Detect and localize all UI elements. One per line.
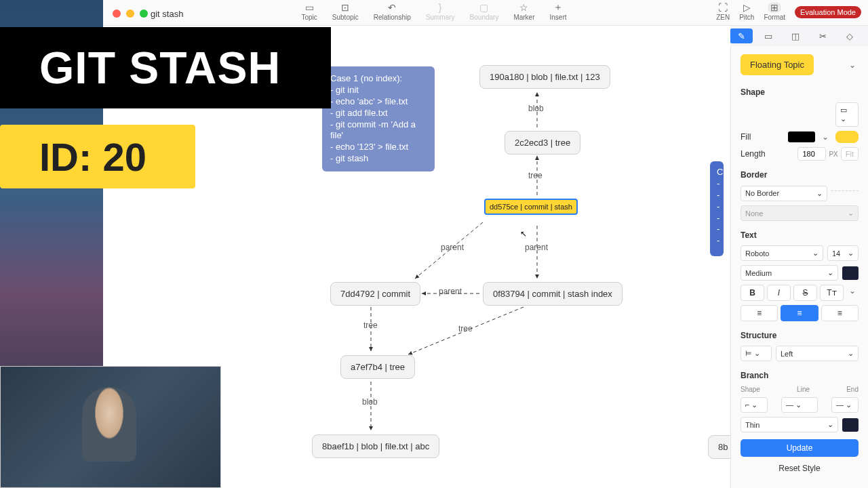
- branch-color-swatch[interactable]: [842, 418, 859, 432]
- text-heading: Text: [741, 230, 859, 240]
- zen-button[interactable]: ⛶ZEN: [716, 3, 730, 21]
- edge-label-tree: tree: [363, 321, 378, 330]
- strike-button[interactable]: S: [793, 285, 817, 301]
- map-tab-icon[interactable]: ◫: [784, 28, 807, 43]
- edge-label-tree: tree: [528, 171, 542, 180]
- style-tab-icon[interactable]: ✎: [730, 28, 753, 43]
- format-button[interactable]: ⊞Format: [764, 3, 785, 21]
- case-button[interactable]: Tᴛ: [820, 285, 844, 301]
- window-controls: [113, 9, 148, 18]
- toolbar-center: ▭Topic ⊡Subtopic ↶Relationship }Summary …: [301, 3, 566, 21]
- node-tree1[interactable]: 2c2ecd3 | tree: [505, 131, 580, 155]
- node-blob2[interactable]: 8baef1b | blob | file.txt | abc: [312, 434, 439, 458]
- font-size-select[interactable]: 14⌄: [827, 245, 859, 261]
- node-stash-selected[interactable]: dd575ce | commit | stash: [484, 199, 578, 215]
- edge-label-blob: blob: [362, 397, 378, 407]
- node-tree2[interactable]: a7ef7b4 | tree: [340, 355, 415, 379]
- bold-button[interactable]: B: [741, 285, 764, 301]
- border-style-select: None⌄: [741, 205, 859, 221]
- fill-swatch-yellow[interactable]: [835, 131, 859, 143]
- update-button[interactable]: Update: [741, 439, 859, 457]
- subtopic-button[interactable]: ⊡Subtopic: [332, 3, 359, 21]
- shape-select[interactable]: ▭ ⌄: [835, 102, 859, 127]
- insert-button[interactable]: ＋Insert: [550, 3, 567, 21]
- border-style-swatch[interactable]: [831, 190, 859, 201]
- layout-tab-icon[interactable]: ▭: [757, 28, 780, 43]
- structure-dir-select[interactable]: Left⌄: [776, 346, 859, 361]
- reset-style-button[interactable]: Reset Style: [741, 460, 859, 477]
- font-select[interactable]: Roboto⌄: [741, 245, 823, 261]
- structure-type-select[interactable]: ⊨ ⌄: [741, 346, 772, 361]
- boundary-button: ▢Boundary: [470, 3, 499, 21]
- note-case1[interactable]: Case 1 (no index): - git init - echo 'ab…: [322, 66, 435, 171]
- fill-swatch-dark[interactable]: [788, 131, 815, 142]
- align-center-button[interactable]: ≡: [781, 305, 818, 321]
- node-blob3-partial[interactable]: 8b: [708, 435, 730, 459]
- relationship-button[interactable]: ↶Relationship: [374, 3, 411, 21]
- toolbar-right: ⛶ZEN ▷Pitch ⊞Format Evaluation Mode: [716, 3, 861, 21]
- cursor-icon: ↖: [520, 229, 527, 239]
- evaluation-badge: Evaluation Mode: [795, 6, 861, 18]
- link-tab-icon[interactable]: ✂: [811, 28, 834, 43]
- title-overlay: GIT STASH: [0, 27, 331, 108]
- fill-label: Fill: [741, 132, 751, 142]
- panel-tabs: ✎ ▭ ◫ ✂ ◇: [730, 28, 861, 43]
- edge-label-parent: parent: [441, 243, 464, 252]
- branch-heading: Branch: [741, 371, 859, 380]
- branch-width-select[interactable]: Thin⌄: [741, 417, 838, 432]
- edge-label-tree: tree: [458, 324, 473, 333]
- node-commit[interactable]: 7dd4792 | commit: [330, 282, 420, 306]
- branch-shape-select[interactable]: ⌐ ⌄: [741, 397, 768, 413]
- maximize-icon[interactable]: [140, 9, 148, 18]
- note-case2-partial[interactable]: C - - - - - -: [710, 161, 724, 256]
- chevron-down-icon[interactable]: ⌄: [846, 285, 859, 297]
- length-label: Length: [741, 149, 766, 159]
- align-left-button[interactable]: ≡: [741, 305, 778, 321]
- node-stash-index[interactable]: 0f83794 | commit | stash index: [483, 282, 623, 306]
- chevron-down-icon[interactable]: ⌄: [819, 131, 831, 143]
- minimize-icon[interactable]: [126, 9, 134, 18]
- font-weight-select[interactable]: Medium⌄: [741, 265, 838, 281]
- structure-heading: Structure: [741, 331, 859, 340]
- chevron-down-icon[interactable]: ⌄: [846, 59, 859, 71]
- branch-end-select[interactable]: — ⌄: [831, 397, 859, 413]
- topic-button[interactable]: ▭Topic: [301, 3, 317, 21]
- webcam-overlay: [0, 366, 221, 488]
- branch-line-select[interactable]: — ⌄: [781, 397, 818, 413]
- align-right-button[interactable]: ≡: [821, 305, 859, 321]
- summary-button: }Summary: [426, 3, 455, 21]
- node-blob1[interactable]: 190a180 | blob | file.txt | 123: [479, 65, 610, 89]
- border-select[interactable]: No Border⌄: [741, 186, 827, 201]
- edge-label-parent: parent: [439, 287, 462, 296]
- document-title: git stash: [151, 9, 183, 19]
- pitch-button[interactable]: ▷Pitch: [739, 3, 754, 21]
- edge-label-parent: parent: [525, 243, 548, 252]
- fit-button[interactable]: Fit: [841, 147, 859, 161]
- close-icon[interactable]: [113, 9, 121, 18]
- shape-heading: Shape: [741, 87, 859, 97]
- info-tab-icon[interactable]: ◇: [838, 28, 861, 43]
- floating-topic-button[interactable]: Floating Topic: [741, 54, 814, 75]
- marker-button[interactable]: ☆Marker: [513, 3, 534, 21]
- italic-button[interactable]: I: [767, 285, 791, 301]
- format-panel: Floating Topic ⌄ Shape ▭ ⌄ Fill ⌄ Length…: [730, 46, 868, 488]
- id-overlay: ID: 20: [0, 125, 195, 188]
- border-heading: Border: [741, 170, 859, 180]
- edge-label-blob: blob: [528, 104, 544, 113]
- text-color-swatch[interactable]: [842, 266, 859, 280]
- length-input[interactable]: [797, 147, 826, 161]
- note-title: Case 1 (no index):: [330, 73, 427, 85]
